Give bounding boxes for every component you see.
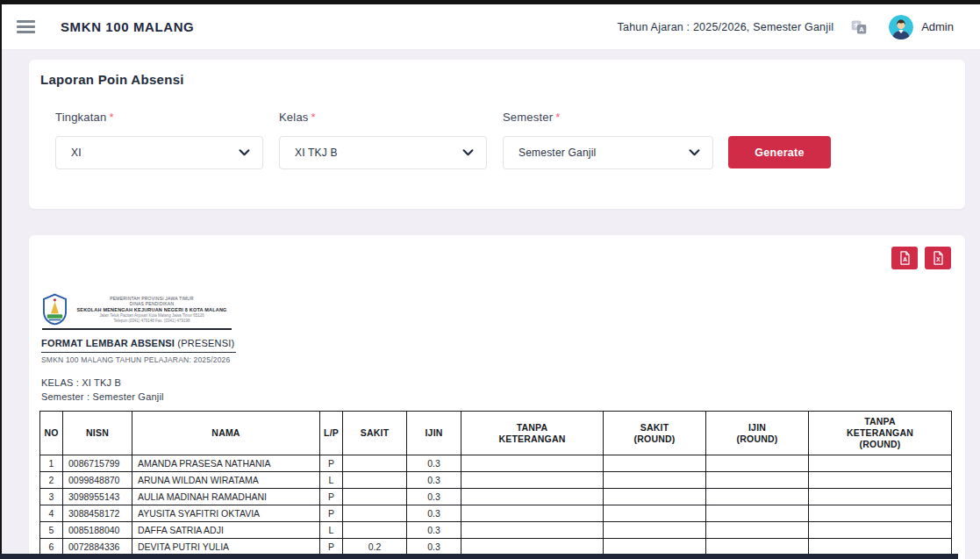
cell-sakit-round	[604, 522, 706, 539]
page-title: Laporan Poin Absensi	[40, 72, 184, 87]
cell-nisn: 0099848870	[63, 472, 132, 489]
chevron-down-icon	[689, 149, 700, 156]
letterhead-line: Telepon (0341) 479148 Fax. (0341) 479198	[72, 319, 232, 324]
file-excel-icon: X	[932, 251, 945, 265]
table-row: 2 0099848870 ARUNA WILDAN WIRATAMA L 0.3	[40, 472, 952, 489]
cell-lp: P	[320, 489, 343, 505]
cell-sakit-round	[604, 505, 706, 522]
export-pdf-button[interactable]: A	[891, 247, 918, 269]
tingkatan-value: XI	[71, 147, 82, 159]
cell-nisn: 0072884336	[63, 539, 132, 555]
semester-line: Semester : Semester Ganjil	[41, 390, 164, 404]
export-excel-button[interactable]: X	[925, 247, 951, 269]
table-row: 3 3098955143 AULIA MADINAH RAMADHANI P 0…	[40, 489, 952, 505]
chevron-down-icon	[462, 149, 474, 156]
cell-tanpa-keterangan	[461, 505, 604, 522]
cell-sakit	[343, 522, 407, 539]
cell-sakit-round	[604, 489, 706, 505]
table-header: NO NISN NAMA L/P SAKIT IJIN TANPA KETERA…	[40, 412, 952, 455]
user-menu[interactable]: Admin	[889, 15, 954, 39]
window-top-edge	[0, 0, 980, 4]
cell-tanpa-keterangan	[461, 539, 604, 555]
tingkatan-select[interactable]: XI	[55, 136, 263, 169]
required-asterisk: *	[555, 111, 560, 124]
cell-tanpa-keterangan-round	[809, 522, 952, 539]
cell-tanpa-keterangan-round	[809, 539, 952, 555]
tingkatan-label: Tingkatan*	[55, 111, 263, 124]
cell-ijin: 0.3	[407, 505, 461, 522]
cell-no: 2	[40, 472, 63, 489]
semester-field: Semester* Semester Ganjil	[503, 111, 713, 169]
cell-sakit-round	[604, 539, 706, 555]
cell-ijin: 0.3	[407, 522, 461, 539]
cell-sakit-round	[604, 455, 706, 472]
kelas-line: KELAS : XI TKJ B	[41, 376, 164, 390]
letterhead-rule	[42, 328, 232, 330]
semester-value: Semester Ganjil	[519, 147, 596, 159]
cell-nama: AULIA MADINAH RAMADHANI	[132, 489, 320, 505]
letterhead-text: PEMERINTAH PROVINSI JAWA TIMUR DINAS PEN…	[72, 296, 232, 324]
cell-ijin-round	[706, 455, 809, 472]
kelas-value: XI TKJ B	[295, 147, 338, 159]
session-info: Tahun Ajaran : 2025/2026, Semester Ganji…	[618, 21, 834, 33]
cell-tanpa-keterangan-round	[809, 455, 952, 472]
app-title: SMKN 100 MALANG	[61, 19, 194, 34]
table-row: 4 3088458172 AYUSITA SYAFITRI OKTAVIA P …	[40, 505, 952, 522]
svg-text:A: A	[903, 256, 907, 262]
school-logo-icon	[42, 293, 68, 326]
cell-nama: DAFFA SATRIA ADJI	[132, 522, 320, 539]
table-row: 6 0072884336 DEVITA PUTRI YULIA P 0.2 0.…	[40, 539, 952, 555]
col-ijin-round: IJIN (ROUND)	[706, 412, 809, 455]
letterhead: PEMERINTAH PROVINSI JAWA TIMUR DINAS PEN…	[42, 293, 232, 326]
export-buttons: A X	[891, 247, 951, 269]
col-tanpa-keterangan: TANPA KETERANGAN	[461, 412, 604, 455]
cell-ijin-round	[706, 472, 809, 489]
chevron-down-icon	[239, 149, 250, 156]
cell-lp: L	[320, 522, 343, 539]
cell-ijin: 0.3	[407, 489, 461, 505]
translate-icon: A	[850, 18, 868, 36]
col-nisn: NISN	[63, 412, 132, 455]
col-nama: NAMA	[132, 412, 320, 455]
cell-ijin: 0.3	[407, 539, 461, 555]
table-row: 5 0085188040 DAFFA SATRIA ADJI L 0.3	[40, 522, 952, 539]
cell-tanpa-keterangan	[461, 489, 604, 505]
semester-select[interactable]: Semester Ganjil	[503, 136, 713, 169]
col-sakit-round: SAKIT (ROUND)	[604, 412, 706, 455]
menu-toggle-button[interactable]	[13, 14, 39, 39]
cell-sakit	[343, 455, 407, 472]
cell-tanpa-keterangan	[461, 472, 604, 489]
cell-tanpa-keterangan	[461, 522, 604, 539]
report-card: A X PEMERINTAH PROVINSI JAWA TIMUR	[29, 235, 965, 559]
cell-tanpa-keterangan-round	[809, 472, 952, 489]
cell-ijin-round	[706, 539, 809, 555]
col-lp: L/P	[320, 412, 343, 455]
cell-sakit: 0.2	[343, 539, 407, 555]
svg-text:A: A	[860, 25, 865, 33]
cell-sakit-round	[604, 472, 706, 489]
filters-card: Laporan Poin Absensi Tingkatan* XI Kelas…	[29, 60, 965, 209]
generate-button[interactable]: Generate	[728, 136, 831, 168]
letterhead-line: SEKOLAH MENENGAH KEJURUAN NEGERI 8 KOTA …	[72, 307, 232, 313]
window-bottom-edge	[0, 554, 958, 559]
cell-sakit	[343, 472, 407, 489]
language-button[interactable]: A	[848, 17, 869, 38]
col-ijin: IJIN	[407, 412, 461, 455]
cell-tanpa-keterangan-round	[809, 505, 952, 522]
tingkatan-field: Tingkatan* XI	[55, 111, 263, 169]
cell-no: 1	[40, 455, 63, 472]
cell-lp: L	[320, 472, 343, 489]
cell-nama: AYUSITA SYAFITRI OKTAVIA	[132, 505, 320, 522]
col-sakit: SAKIT	[343, 412, 407, 455]
attendance-table: NO NISN NAMA L/P SAKIT IJIN TANPA KETERA…	[39, 411, 952, 555]
hamburger-icon	[17, 20, 35, 33]
cell-no: 3	[40, 489, 63, 505]
cell-no: 5	[40, 522, 63, 539]
required-asterisk: *	[311, 111, 316, 124]
cell-no: 4	[40, 505, 63, 522]
cell-tanpa-keterangan	[461, 455, 604, 472]
kelas-select[interactable]: XI TKJ B	[279, 136, 487, 169]
table-body: 1 0086715799 AMANDA PRASESA NATHANIA P 0…	[40, 455, 952, 555]
cell-nisn: 3088458172	[63, 505, 132, 522]
kelas-field: Kelas* XI TKJ B	[279, 111, 487, 169]
